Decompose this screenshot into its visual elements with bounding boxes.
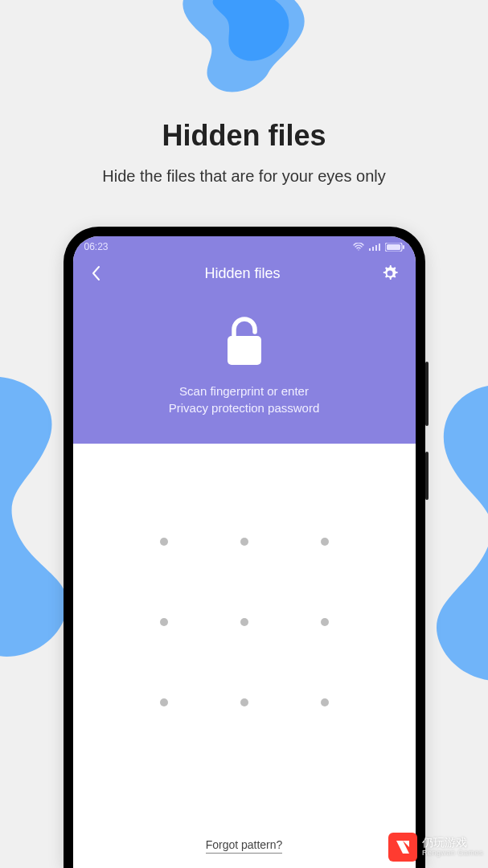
battery-icon bbox=[385, 243, 404, 252]
pattern-dot[interactable] bbox=[124, 502, 204, 582]
pattern-dot[interactable] bbox=[124, 582, 204, 662]
lock-instruction-line1: Scan fingerprint or enter bbox=[73, 384, 416, 398]
pattern-dot[interactable] bbox=[285, 662, 365, 743]
watermark-logo bbox=[388, 833, 417, 862]
phone-screen: 06:23 Hidden files bbox=[73, 236, 416, 868]
watermark-text-cn: 仍玩游戏 bbox=[422, 837, 483, 849]
watermark: 仍玩游戏 Rengwan Games bbox=[388, 833, 483, 862]
signal-icon bbox=[369, 243, 380, 251]
svg-rect-0 bbox=[369, 248, 371, 251]
svg-rect-6 bbox=[403, 245, 404, 249]
phone-side-button bbox=[425, 362, 429, 426]
pattern-dot[interactable] bbox=[204, 582, 285, 662]
app-header: 06:23 Hidden files bbox=[73, 236, 416, 444]
settings-button[interactable] bbox=[379, 262, 401, 285]
pattern-unlock-area[interactable]: Forgot pattern? bbox=[73, 444, 416, 868]
back-button[interactable] bbox=[84, 262, 107, 285]
phone-mockup: 06:23 Hidden files bbox=[64, 227, 425, 868]
watermark-text-en: Rengwan Games bbox=[422, 850, 483, 858]
pattern-dot[interactable] bbox=[204, 502, 285, 582]
unlock-icon bbox=[223, 317, 266, 366]
svg-rect-5 bbox=[387, 244, 400, 250]
svg-rect-2 bbox=[375, 245, 377, 251]
pattern-dot[interactable] bbox=[204, 662, 285, 743]
ink-decoration-top bbox=[148, 0, 341, 104]
pattern-dot[interactable] bbox=[285, 582, 365, 662]
promo-title: Hidden files bbox=[0, 119, 488, 153]
pattern-grid[interactable] bbox=[124, 502, 365, 743]
pattern-dot[interactable] bbox=[124, 662, 204, 743]
chevron-left-icon bbox=[91, 265, 100, 281]
pattern-dot[interactable] bbox=[285, 502, 365, 582]
status-time: 06:23 bbox=[84, 241, 109, 252]
wifi-icon bbox=[353, 243, 364, 251]
svg-rect-1 bbox=[372, 247, 374, 251]
screen-title: Hidden files bbox=[204, 265, 280, 282]
promo-heading: Hidden files Hide the files that are for… bbox=[0, 119, 488, 186]
status-bar: 06:23 bbox=[73, 236, 416, 254]
promo-subtitle: Hide the files that are for your eyes on… bbox=[0, 167, 488, 186]
lock-instruction-line2: Privacy protection password bbox=[73, 401, 416, 415]
phone-side-button bbox=[425, 452, 429, 500]
svg-rect-7 bbox=[228, 336, 261, 365]
forgot-pattern-link[interactable]: Forgot pattern? bbox=[206, 838, 283, 854]
lock-prompt: Scan fingerprint or enter Privacy protec… bbox=[73, 317, 416, 415]
gear-icon bbox=[382, 265, 398, 281]
svg-rect-3 bbox=[379, 244, 380, 251]
